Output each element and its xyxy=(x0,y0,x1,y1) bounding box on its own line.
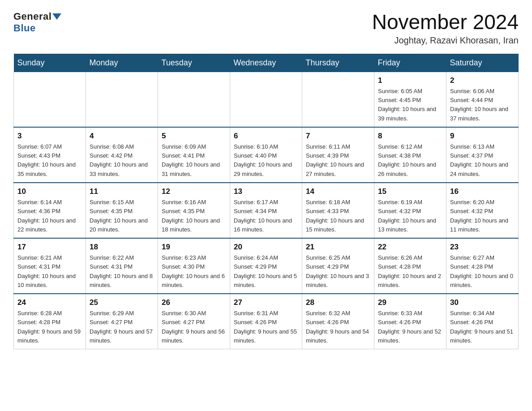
table-row xyxy=(86,72,158,127)
table-row: 11Sunrise: 6:15 AMSunset: 4:35 PMDayligh… xyxy=(86,183,158,238)
day-info: Sunrise: 6:14 AMSunset: 4:36 PMDaylight:… xyxy=(17,199,76,232)
day-number: 17 xyxy=(17,241,82,253)
calendar-week-row: 10Sunrise: 6:14 AMSunset: 4:36 PMDayligh… xyxy=(14,183,519,238)
col-thursday: Thursday xyxy=(302,54,374,72)
day-info: Sunrise: 6:09 AMSunset: 4:41 PMDaylight:… xyxy=(162,143,220,177)
day-number: 12 xyxy=(162,186,226,197)
calendar-table: Sunday Monday Tuesday Wednesday Thursday… xyxy=(13,54,519,349)
day-number: 19 xyxy=(162,241,226,253)
table-row xyxy=(158,72,230,127)
table-row: 8Sunrise: 6:12 AMSunset: 4:38 PMDaylight… xyxy=(374,127,446,183)
table-row: 24Sunrise: 6:28 AMSunset: 4:28 PMDayligh… xyxy=(14,294,86,349)
col-friday: Friday xyxy=(374,54,446,72)
day-info: Sunrise: 6:32 AMSunset: 4:26 PMDaylight:… xyxy=(306,310,369,343)
calendar-week-row: 24Sunrise: 6:28 AMSunset: 4:28 PMDayligh… xyxy=(14,294,519,349)
day-info: Sunrise: 6:11 AMSunset: 4:39 PMDaylight:… xyxy=(306,143,364,177)
day-number: 1 xyxy=(378,75,442,86)
table-row: 10Sunrise: 6:14 AMSunset: 4:36 PMDayligh… xyxy=(14,183,86,238)
table-row: 26Sunrise: 6:30 AMSunset: 4:27 PMDayligh… xyxy=(158,294,230,349)
table-row: 15Sunrise: 6:19 AMSunset: 4:32 PMDayligh… xyxy=(374,183,446,238)
col-monday: Monday xyxy=(86,54,158,72)
day-info: Sunrise: 6:15 AMSunset: 4:35 PMDaylight:… xyxy=(90,199,148,232)
table-row: 12Sunrise: 6:16 AMSunset: 4:35 PMDayligh… xyxy=(158,183,230,238)
month-title: November 2024 xyxy=(372,11,519,34)
day-number: 3 xyxy=(17,130,82,142)
day-info: Sunrise: 6:05 AMSunset: 4:45 PMDaylight:… xyxy=(378,88,436,121)
table-row: 18Sunrise: 6:22 AMSunset: 4:31 PMDayligh… xyxy=(86,238,158,294)
table-row: 28Sunrise: 6:32 AMSunset: 4:26 PMDayligh… xyxy=(302,294,374,349)
table-row xyxy=(230,72,302,127)
day-number: 11 xyxy=(90,186,154,197)
day-info: Sunrise: 6:33 AMSunset: 4:26 PMDaylight:… xyxy=(378,310,441,343)
day-info: Sunrise: 6:21 AMSunset: 4:31 PMDaylight:… xyxy=(17,254,76,288)
day-number: 18 xyxy=(90,241,154,253)
day-number: 13 xyxy=(234,186,298,197)
col-tuesday: Tuesday xyxy=(158,54,230,72)
table-row: 22Sunrise: 6:26 AMSunset: 4:28 PMDayligh… xyxy=(374,238,446,294)
table-row: 14Sunrise: 6:18 AMSunset: 4:33 PMDayligh… xyxy=(302,183,374,238)
table-row: 21Sunrise: 6:25 AMSunset: 4:29 PMDayligh… xyxy=(302,238,374,294)
table-row: 7Sunrise: 6:11 AMSunset: 4:39 PMDaylight… xyxy=(302,127,374,183)
day-number: 29 xyxy=(378,297,442,308)
table-row: 16Sunrise: 6:20 AMSunset: 4:32 PMDayligh… xyxy=(446,183,519,238)
day-info: Sunrise: 6:18 AMSunset: 4:33 PMDaylight:… xyxy=(306,199,364,232)
table-row: 5Sunrise: 6:09 AMSunset: 4:41 PMDaylight… xyxy=(158,127,230,183)
day-info: Sunrise: 6:28 AMSunset: 4:28 PMDaylight:… xyxy=(17,310,81,343)
table-row: 2Sunrise: 6:06 AMSunset: 4:44 PMDaylight… xyxy=(446,72,519,127)
calendar-week-row: 3Sunrise: 6:07 AMSunset: 4:43 PMDaylight… xyxy=(14,127,519,183)
day-info: Sunrise: 6:06 AMSunset: 4:44 PMDaylight:… xyxy=(450,88,508,121)
page-header: General Blue November 2024 Joghtay, Raza… xyxy=(13,11,519,46)
day-number: 22 xyxy=(378,241,442,253)
table-row: 13Sunrise: 6:17 AMSunset: 4:34 PMDayligh… xyxy=(230,183,302,238)
day-info: Sunrise: 6:10 AMSunset: 4:40 PMDaylight:… xyxy=(234,143,292,177)
table-row: 20Sunrise: 6:24 AMSunset: 4:29 PMDayligh… xyxy=(230,238,302,294)
calendar-header-row: Sunday Monday Tuesday Wednesday Thursday… xyxy=(14,54,519,72)
table-row: 27Sunrise: 6:31 AMSunset: 4:26 PMDayligh… xyxy=(230,294,302,349)
logo: General Blue xyxy=(13,11,61,34)
logo-general-text: General xyxy=(13,11,51,22)
day-info: Sunrise: 6:25 AMSunset: 4:29 PMDaylight:… xyxy=(306,254,369,288)
day-number: 5 xyxy=(162,130,226,142)
table-row: 1Sunrise: 6:05 AMSunset: 4:45 PMDaylight… xyxy=(374,72,446,127)
title-block: November 2024 Joghtay, Razavi Khorasan, … xyxy=(372,11,519,46)
day-number: 27 xyxy=(234,297,298,308)
day-number: 20 xyxy=(234,241,298,253)
table-row: 6Sunrise: 6:10 AMSunset: 4:40 PMDaylight… xyxy=(230,127,302,183)
day-info: Sunrise: 6:07 AMSunset: 4:43 PMDaylight:… xyxy=(17,143,76,177)
table-row: 25Sunrise: 6:29 AMSunset: 4:27 PMDayligh… xyxy=(86,294,158,349)
table-row: 23Sunrise: 6:27 AMSunset: 4:28 PMDayligh… xyxy=(446,238,519,294)
day-number: 15 xyxy=(378,186,442,197)
col-sunday: Sunday xyxy=(14,54,86,72)
day-info: Sunrise: 6:20 AMSunset: 4:32 PMDaylight:… xyxy=(450,199,508,232)
day-info: Sunrise: 6:23 AMSunset: 4:30 PMDaylight:… xyxy=(162,254,225,288)
day-number: 24 xyxy=(17,297,82,308)
day-number: 6 xyxy=(234,130,298,142)
day-number: 4 xyxy=(90,130,154,142)
day-info: Sunrise: 6:12 AMSunset: 4:38 PMDaylight:… xyxy=(378,143,436,177)
day-number: 26 xyxy=(162,297,226,308)
calendar-week-row: 17Sunrise: 6:21 AMSunset: 4:31 PMDayligh… xyxy=(14,238,519,294)
day-number: 21 xyxy=(306,241,370,253)
table-row xyxy=(302,72,374,127)
day-info: Sunrise: 6:24 AMSunset: 4:29 PMDaylight:… xyxy=(234,254,297,288)
logo-triangle-icon xyxy=(52,13,61,20)
day-info: Sunrise: 6:16 AMSunset: 4:35 PMDaylight:… xyxy=(162,199,220,232)
day-info: Sunrise: 6:22 AMSunset: 4:31 PMDaylight:… xyxy=(90,254,153,288)
day-info: Sunrise: 6:08 AMSunset: 4:42 PMDaylight:… xyxy=(90,143,148,177)
day-info: Sunrise: 6:17 AMSunset: 4:34 PMDaylight:… xyxy=(234,199,292,232)
day-number: 16 xyxy=(450,186,515,197)
day-number: 28 xyxy=(306,297,370,308)
table-row: 4Sunrise: 6:08 AMSunset: 4:42 PMDaylight… xyxy=(86,127,158,183)
logo-blue-text: Blue xyxy=(13,22,36,34)
table-row: 29Sunrise: 6:33 AMSunset: 4:26 PMDayligh… xyxy=(374,294,446,349)
day-info: Sunrise: 6:27 AMSunset: 4:28 PMDaylight:… xyxy=(450,254,513,288)
table-row: 19Sunrise: 6:23 AMSunset: 4:30 PMDayligh… xyxy=(158,238,230,294)
day-number: 10 xyxy=(17,186,82,197)
table-row xyxy=(14,72,86,127)
table-row: 30Sunrise: 6:34 AMSunset: 4:26 PMDayligh… xyxy=(446,294,519,349)
day-number: 14 xyxy=(306,186,370,197)
day-info: Sunrise: 6:30 AMSunset: 4:27 PMDaylight:… xyxy=(162,310,225,343)
day-number: 30 xyxy=(450,297,515,308)
table-row: 17Sunrise: 6:21 AMSunset: 4:31 PMDayligh… xyxy=(14,238,86,294)
col-wednesday: Wednesday xyxy=(230,54,302,72)
